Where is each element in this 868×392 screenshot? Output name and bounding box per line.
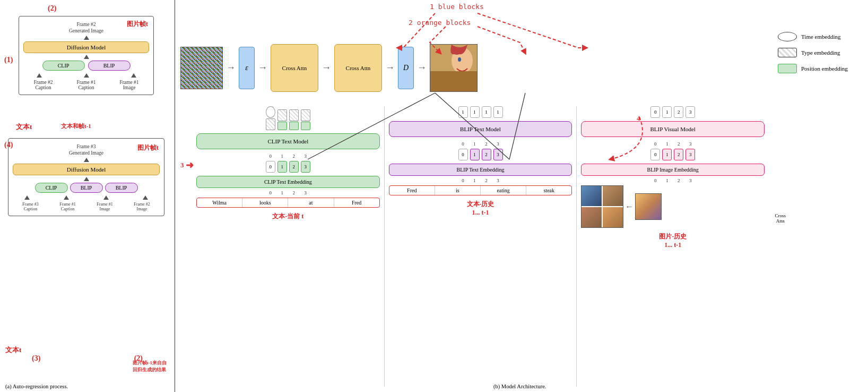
clip-token-3	[301, 109, 310, 130]
clip-token-1	[277, 109, 287, 130]
arrow-up-2	[84, 55, 89, 59]
clip-num-2: 2	[289, 154, 299, 159]
blip-text-column: 1 1 1 1 BLIP Text Model 0 1 2 3	[389, 106, 572, 387]
clip-num-token-3: 3	[301, 161, 310, 173]
image-thumbnails	[581, 185, 623, 228]
blue-label: 1 blue blocks	[430, 3, 484, 11]
clip-index-row: 0 1 2 3	[196, 190, 380, 195]
decoder-block: D	[398, 47, 414, 89]
caption-labels-lower: Frame #3Caption Frame #1Caption Frame #1…	[13, 202, 160, 211]
blip-text-num-0: 0	[458, 141, 468, 147]
arrows-row-lower	[13, 194, 160, 201]
legend-position-embedding: Position embedding	[778, 64, 863, 73]
clip-green-3	[301, 122, 310, 130]
caption-frame1-cap: Frame #1Caption	[76, 80, 96, 90]
blip-image-embedding-box: BLIP Image Embedding	[581, 164, 765, 176]
auto-caption: 图片帧t-1来自自回归生成的结果	[133, 360, 167, 373]
blip-img-num-tok-3: 3	[685, 149, 695, 160]
blip-img-tok-0: 0	[650, 106, 660, 118]
clip-text-model-box: CLIP Text Model	[196, 133, 380, 149]
embedding-section: 3 ➜	[180, 106, 765, 387]
divider-2	[576, 106, 577, 387]
blip-text-input: Fred is eating steak	[389, 185, 572, 195]
clip-text-3: Fred	[334, 198, 379, 207]
encoder-block: ε	[239, 47, 255, 89]
arrow-left-thumb: ←	[625, 202, 633, 211]
legend-time-label: Time embedding	[801, 33, 840, 40]
blip-text-num-tok-0: 0	[458, 149, 468, 160]
blip-img-num-0: 0	[650, 141, 660, 147]
blip-img-embed-row: 0 1 2 3	[581, 149, 765, 160]
arrow-right-1: →	[226, 62, 236, 73]
svg-point-2	[458, 57, 461, 62]
legend-panel: Time embedding Type embedding Position e…	[778, 32, 863, 80]
cap-frame1-cap: Frame #1Caption	[59, 202, 75, 211]
blip-image-column: 0 1 2 3 BLIP Visual Model 0 1 2 3	[581, 106, 765, 387]
blip-img-tok-1: 1	[662, 106, 672, 118]
legend-type-label: Type embedding	[801, 49, 840, 56]
blip-text-tok-eating: eating	[481, 186, 526, 195]
blip-text-subtitle: 文本-历史1... t-1	[389, 200, 572, 217]
blip-text-tok-3: 1	[493, 106, 503, 118]
cross-attn-1: Cross Attn	[271, 44, 318, 92]
arrow-clip	[37, 73, 42, 78]
clip-text-1: looks	[242, 198, 288, 207]
clip-green-2	[289, 122, 299, 130]
frame-label-upper: 图片帧t	[127, 20, 148, 29]
blip-img-tok-2: 2	[674, 106, 683, 118]
blip-text-idx-1: 1	[470, 178, 480, 183]
arrow-blip-text	[84, 73, 89, 78]
left-caption: (a) Auto-regression process.	[5, 383, 68, 389]
blip-text-embed-row: 0 1 2 3	[389, 149, 572, 160]
legend-hatched-shape	[778, 48, 797, 57]
cross-attn-label: CrossAttn	[775, 213, 786, 224]
blip-text-token-row: 1 1 1 1	[389, 106, 572, 118]
arrows-row-upper	[23, 72, 149, 79]
cap-frame3: Frame #3Caption	[22, 202, 38, 211]
clip-num-3: 3	[301, 154, 310, 159]
clip-hatched-3	[301, 109, 310, 121]
cap-frame2-img: Frame #2Image	[134, 202, 150, 211]
arch-row: → ε → Cross Attn → Cross Attn → D	[180, 40, 765, 96]
caption-frame1-img: Frame #1Image	[119, 80, 138, 90]
blip-text-num-1: 1	[470, 141, 480, 147]
lower-diagram-box: Frame #3Generated Image Diffusion Model …	[8, 138, 164, 216]
text-label-upper: 文本t	[16, 122, 32, 132]
blip-text-num-2: 2	[482, 141, 491, 147]
main-container: (2) (1) Frame #2Generated Image 图片帧t Dif…	[0, 0, 868, 392]
arr2	[64, 195, 69, 200]
blip-text-num-3: 3	[493, 141, 503, 147]
arch-caption: (b) Model Architecture.	[493, 383, 546, 389]
clip-num-0: 0	[266, 154, 275, 159]
clip-text-subtitle: 文本-当前 t	[196, 212, 380, 221]
blip-text-num-labels: 0 1 2 3	[389, 141, 572, 147]
blip-img-num-tok-1: 1	[662, 149, 672, 160]
thumb-4	[603, 207, 623, 227]
blip-img-idx-3: 3	[685, 178, 695, 183]
orange-label: 2 orange blocks	[409, 19, 471, 27]
legend-green-shape	[778, 64, 797, 73]
clip-num-1: 1	[277, 154, 287, 159]
svg-rect-3	[430, 71, 478, 92]
arrow-right-5: →	[417, 62, 427, 73]
arrow-up-1	[84, 36, 89, 40]
blip-text-tok-2: 1	[482, 106, 491, 118]
blip-img-num-tok-2: 2	[674, 149, 683, 160]
blip-text-tok-Fred: Fred	[389, 186, 435, 195]
blip-text-num-tok-2: 2	[482, 149, 491, 160]
encoder-row-upper: CLIP BLIP	[23, 61, 149, 71]
clip-idx-1: 1	[277, 190, 287, 195]
clip-token-2	[289, 109, 299, 130]
divider-1	[384, 106, 385, 387]
legend-oval-shape	[778, 32, 797, 41]
blip-text-embedding-box: BLIP Text Embedding	[389, 164, 572, 176]
clip-green-1	[277, 122, 287, 130]
caption-frame2: Frame #2Caption	[33, 80, 53, 90]
cap-frame1-img: Frame #1Image	[97, 202, 112, 211]
clip-token-row	[196, 106, 380, 130]
blip-text-model-box: BLIP Text Model	[389, 121, 572, 137]
combined-thumb	[635, 193, 662, 220]
thumb-3	[581, 207, 602, 227]
clip-text-embedding-box: CLIP Text Embedding	[196, 176, 380, 188]
left-panel: (2) (1) Frame #2Generated Image 图片帧t Dif…	[0, 0, 175, 392]
